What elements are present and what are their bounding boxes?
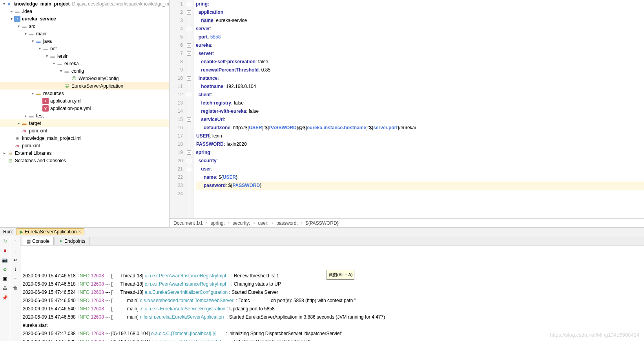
fold-icon[interactable]: − [187,150,191,155]
tree-root[interactable]: ▾ ■ knowledge_main_project D:\java devel… [0,0,169,7]
update-icon[interactable]: ⚙ [2,266,9,273]
yaml-icon: Y [42,98,49,104]
caret-icon[interactable]: ▾ [16,24,21,28]
caret-icon[interactable]: ▾ [58,69,64,73]
breadcrumb-doc: Document 1/1 [173,220,203,226]
tree-label: eureka_service [22,16,56,22]
tree-item-lersin[interactable]: ▾ ▬ lersin [0,52,169,60]
breadcrumb-item[interactable]: security: [233,220,250,226]
tree-item-iml[interactable]: ▣ knowledge_main_project.iml [0,134,169,142]
caret-icon[interactable]: ▾ [23,31,28,36]
code-token: : 192.168.0.104 [223,84,256,89]
code-token: }:${ [262,125,269,130]
tree-item-test[interactable]: ▸ ▬ test [0,112,169,119]
tree-path: D:\java develop\idea-workspace\knowledge… [72,1,169,7]
console-line: 2020-06-09 15:47:46.540 INFO 12608 --- [… [23,305,642,313]
breadcrumb-item[interactable]: user: [258,220,268,226]
code-token: user [201,166,211,172]
console-tab[interactable]: ▤ Console [22,237,54,245]
code-token: client [199,92,211,97]
run-config-tab[interactable]: ▶ EurekaServerApplication × [16,228,84,235]
fold-column[interactable]: − − − − − − − − − − − [185,0,193,218]
tree-item-eureka-service[interactable]: ▾ ▪ eureka_service [0,15,169,22]
fold-icon[interactable]: − [187,27,191,31]
folder-icon: ▬ [28,31,35,37]
breadcrumb[interactable]: Document 1/1 spring: security: user: pas… [170,218,644,227]
caret-icon[interactable]: ▸ [23,114,28,118]
code-text[interactable]: pring: application: name: eureka-service… [193,0,644,218]
pin-icon[interactable]: 📌 [2,294,9,301]
caret-icon[interactable]: ▸ [16,121,21,125]
tree-label: application.yml [50,98,81,104]
tree-item-scratch[interactable]: ▥ Scratches and Consoles [0,157,169,164]
caret-icon[interactable]: ▾ [30,39,35,43]
tab-label: Endpoints [64,238,85,244]
fold-icon[interactable]: − [187,76,191,81]
up-icon[interactable]: ↑ [12,238,19,245]
tree-item-eurekaserverapp[interactable]: Ⓒ EurekaServerApplication [0,82,169,90]
code-token: instance [199,75,218,81]
fold-icon[interactable]: − [187,93,191,97]
tree-item-target[interactable]: ▸ ▬ target [0,119,169,127]
endpoints-tab[interactable]: ✦ Endpoints [55,237,89,245]
tree-item-extlib[interactable]: ▸ ▤ External Libraries [0,149,169,157]
code-token: register-with-eureka [201,108,246,114]
maven-icon: m [21,128,27,134]
run-label: Run: [3,229,13,235]
camera-icon[interactable]: 📷 [2,257,9,264]
fold-icon[interactable]: − [187,51,191,56]
caret-icon[interactable]: ▾ [9,16,14,21]
tree-item-pom1[interactable]: m pom.xml [0,127,169,134]
tree-item-resources[interactable]: ▾ ▬ resources [0,90,169,97]
code-token: name [201,18,213,23]
breadcrumb-item[interactable]: ${PASSWORD} [306,220,339,226]
source-folder-icon: ▬ [35,38,42,44]
line-number: 2 [170,8,183,16]
layout-icon[interactable]: ▣ [2,275,9,282]
console-output[interactable]: 2020-06-09 15:47:46.518 INFO 12608 --- [… [20,246,644,341]
stop-icon[interactable]: ■ [2,247,9,254]
tree-item-appyml[interactable]: Y application.yml [0,97,169,104]
wrap-icon[interactable]: ↩ [12,257,19,264]
caret-icon[interactable]: ▾ [44,54,49,58]
fold-icon[interactable]: − [187,159,191,163]
down-icon[interactable]: ↓ [12,247,19,254]
print-icon[interactable]: 🖶 [2,285,9,292]
caret-icon[interactable]: ▾ [2,2,6,6]
tree-item-eureka[interactable]: ▾ ▬ eureka [0,60,169,67]
tree-item-main[interactable]: ▾ ▬ main [0,30,169,37]
line-number: 20 [170,157,183,165]
caret-icon[interactable]: ▾ [37,46,42,51]
tree-item-apppde[interactable]: Y application-pde.yml [0,104,169,112]
tree-item-config[interactable]: ▾ ▬ config [0,67,169,75]
tree-item-src[interactable]: ▾ ▬ src [0,22,169,30]
caret-icon[interactable]: ▾ [30,91,35,95]
tree-item-pom2[interactable]: m pom.xml [0,142,169,149]
fold-icon[interactable]: − [187,10,191,15]
scroll-icon[interactable]: ⤓ [12,266,19,273]
rerun-icon[interactable]: ↻ [2,238,9,245]
code-editor[interactable]: 123456789101112131415161718192021222324 … [170,0,644,218]
project-tree[interactable]: ▾ ■ knowledge_main_project D:\java devel… [0,0,170,227]
close-icon[interactable]: × [78,229,81,235]
tree-item-java[interactable]: ▾ ▬ java [0,37,169,45]
fold-icon[interactable]: − [187,167,191,171]
console-line: 2020-06-09 15:47:46.588 INFO 12608 --- [… [23,313,642,321]
fold-icon[interactable]: − [187,2,191,6]
clear-icon[interactable]: 🗑 [12,285,19,292]
breadcrumb-item[interactable]: spring: [211,220,225,226]
fold-icon[interactable]: − [187,117,191,122]
code-token: USER [223,174,236,180]
tree-item-idea[interactable]: ▸ ▬ .idea [0,7,169,15]
caret-icon[interactable]: ▸ [9,9,14,13]
filter-icon[interactable]: ≡ [12,275,19,282]
line-number: 9 [170,66,183,74]
caret-icon[interactable]: ▾ [51,61,57,66]
code-token: fetch-registry [201,100,231,106]
caret-icon[interactable]: ▸ [2,151,7,155]
breadcrumb-item[interactable]: password: [276,220,298,226]
tree-item-websecurity[interactable]: Ⓒ WebSecurityConfig [0,75,169,82]
tree-item-net[interactable]: ▾ ▬ net [0,45,169,52]
fold-icon[interactable]: − [187,43,191,48]
line-number: 3 [170,16,183,25]
